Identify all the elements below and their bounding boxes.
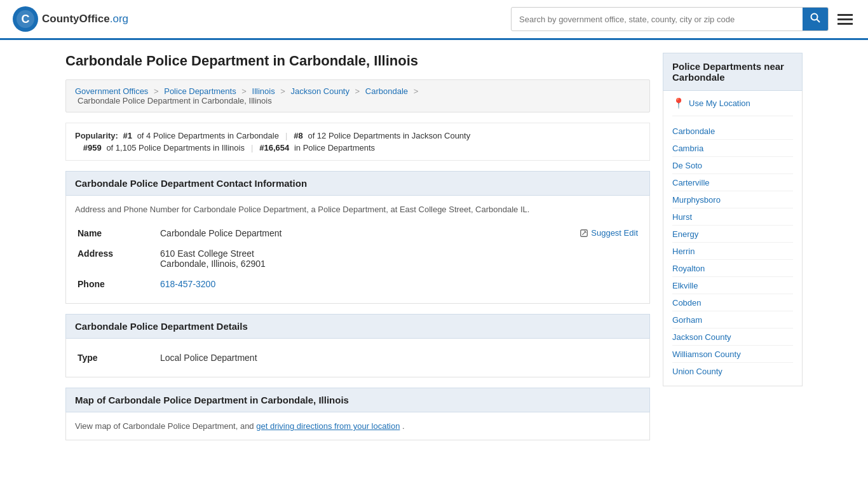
breadcrumb: Government Offices > Police Departments … xyxy=(65,79,650,112)
map-section: Map of Carbondale Police Department in C… xyxy=(65,388,650,440)
city-link[interactable]: Jackson County xyxy=(672,332,731,342)
breadcrumb-separator: > xyxy=(154,86,159,96)
table-row: Name Carbondale Police Department Sugges… xyxy=(75,223,641,243)
city-link[interactable]: De Soto xyxy=(672,161,702,170)
list-item: De Soto xyxy=(672,157,793,174)
rank1-num: #1 xyxy=(123,131,132,140)
suggest-edit-link[interactable]: Suggest Edit xyxy=(580,228,638,238)
list-item: Carbondale xyxy=(672,123,793,140)
nearby-cities-list: CarbondaleCambriaDe SotoCartervilleMurph… xyxy=(672,123,793,379)
table-row: Type Local Police Department xyxy=(75,348,641,368)
city-link[interactable]: Williamson County xyxy=(672,349,741,359)
svg-point-3 xyxy=(811,14,818,20)
phone-value: 618-457-3200 xyxy=(158,274,641,294)
breadcrumb-link-police-departments[interactable]: Police Departments xyxy=(164,86,236,96)
list-item: Union County xyxy=(672,363,793,379)
breadcrumb-current: Carbondale Police Department in Carbonda… xyxy=(78,96,272,105)
breadcrumb-separator: > xyxy=(355,86,360,96)
contact-section-body: Address and Phone Number for Carbondale … xyxy=(65,196,650,304)
logo-text: CountyOffice.org xyxy=(42,13,128,25)
address-value: 610 East College Street Carbondale, Illi… xyxy=(158,243,641,274)
map-section-body: View map of Carbondale Police Department… xyxy=(65,412,650,440)
logo-icon: C xyxy=(13,6,38,32)
list-item: Gorham xyxy=(672,311,793,329)
city-link[interactable]: Herrin xyxy=(672,247,695,256)
table-row: Address 610 East College Street Carbonda… xyxy=(75,243,641,274)
city-link[interactable]: Carbondale xyxy=(672,126,715,136)
rank2-text: of 12 Police Departments in Jackson Coun… xyxy=(308,131,470,140)
breadcrumb-separator: > xyxy=(280,86,285,96)
type-label: Type xyxy=(75,348,158,368)
phone-link[interactable]: 618-457-3200 xyxy=(160,279,215,289)
rank3-text: of 1,105 Police Departments in Illinois xyxy=(106,143,245,152)
hamburger-menu-button[interactable] xyxy=(835,11,855,27)
svg-line-4 xyxy=(817,20,820,23)
rank2-num: #8 xyxy=(294,131,302,140)
breadcrumb-separator: > xyxy=(241,86,247,96)
name-label: Name xyxy=(75,223,158,243)
city-link[interactable]: Union County xyxy=(672,367,722,376)
list-item: Williamson County xyxy=(672,346,793,363)
contact-description: Address and Phone Number for Carbondale … xyxy=(75,205,641,214)
list-item: Murphysboro xyxy=(672,191,793,208)
list-item: Herrin xyxy=(672,243,793,260)
list-item: Hurst xyxy=(672,208,793,226)
hamburger-line xyxy=(837,23,853,25)
city-link[interactable]: Royalton xyxy=(672,264,705,273)
breadcrumb-link-carbondale[interactable]: Carbondale xyxy=(365,86,408,96)
list-item: Royalton xyxy=(672,260,793,277)
rank1-text: of 4 Police Departments in Carbondale xyxy=(137,131,279,140)
pipe-separator: | xyxy=(285,131,287,140)
city-link[interactable]: Murphysboro xyxy=(672,195,721,205)
sidebar: Police Departments near Carbondale 📍 Use… xyxy=(663,53,803,451)
popularity-section: Popularity: #1 of 4 Police Departments i… xyxy=(65,123,650,161)
sidebar-body: 📍 Use My Location CarbondaleCambriaDe So… xyxy=(663,91,803,386)
contact-table: Name Carbondale Police Department Sugges… xyxy=(75,223,641,294)
details-section-header: Carbondale Police Department Details xyxy=(65,314,650,339)
address-label: Address xyxy=(75,243,158,274)
search-bar xyxy=(511,7,829,31)
logo[interactable]: C CountyOffice.org xyxy=(13,6,128,32)
map-description: View map of Carbondale Police Department… xyxy=(75,421,641,431)
search-input[interactable] xyxy=(512,10,803,29)
header-right xyxy=(511,7,855,31)
svg-text:C: C xyxy=(22,13,30,25)
list-item: Elkville xyxy=(672,277,793,294)
rank4-text: in Police Departments xyxy=(294,143,375,152)
location-pin-icon: 📍 xyxy=(672,97,685,109)
popularity-label: Popularity: xyxy=(75,131,118,140)
use-my-location-link[interactable]: Use My Location xyxy=(689,98,750,108)
contact-section: Carbondale Police Department Contact Inf… xyxy=(65,171,650,304)
edit-icon xyxy=(580,229,588,238)
rank3-num: #959 xyxy=(83,143,102,152)
city-link[interactable]: Cambria xyxy=(672,144,703,153)
details-section: Carbondale Police Department Details Typ… xyxy=(65,314,650,377)
search-button[interactable] xyxy=(803,8,828,30)
map-section-header: Map of Carbondale Police Department in C… xyxy=(65,388,650,412)
use-my-location-row: 📍 Use My Location xyxy=(672,97,793,116)
table-row: Phone 618-457-3200 xyxy=(75,274,641,294)
breadcrumb-link-illinois[interactable]: Illinois xyxy=(252,86,275,96)
city-link[interactable]: Gorham xyxy=(672,315,702,325)
list-item: Carterville xyxy=(672,174,793,191)
breadcrumb-link-jackson-county[interactable]: Jackson County xyxy=(290,86,349,96)
details-table: Type Local Police Department xyxy=(75,348,641,368)
driving-directions-link[interactable]: get driving directions from your locatio… xyxy=(256,421,400,431)
pipe-separator: | xyxy=(251,143,253,152)
city-link[interactable]: Carterville xyxy=(672,178,710,187)
list-item: Cobden xyxy=(672,294,793,311)
hamburger-line xyxy=(837,14,853,16)
city-link[interactable]: Hurst xyxy=(672,212,692,222)
list-item: Energy xyxy=(672,226,793,243)
city-link[interactable]: Energy xyxy=(672,229,698,239)
type-value: Local Police Department xyxy=(158,348,641,368)
breadcrumb-link-government-offices[interactable]: Government Offices xyxy=(75,86,148,96)
details-section-body: Type Local Police Department xyxy=(65,339,650,377)
rank4-num: #16,654 xyxy=(259,143,289,152)
hamburger-line xyxy=(837,18,853,20)
city-link[interactable]: Elkville xyxy=(672,281,698,290)
city-link[interactable]: Cobden xyxy=(672,298,702,308)
list-item: Jackson County xyxy=(672,329,793,346)
search-icon xyxy=(810,13,820,23)
list-item: Cambria xyxy=(672,140,793,157)
